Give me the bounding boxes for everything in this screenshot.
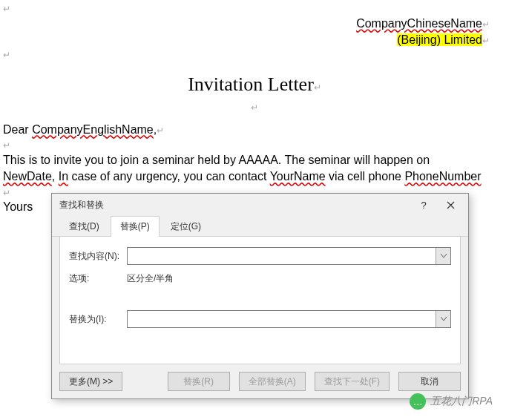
close-button[interactable] — [437, 195, 464, 214]
more-button[interactable]: 更多(M) >> — [59, 372, 122, 391]
body-text-1b: , — [52, 170, 59, 183]
find-next-button[interactable]: 查找下一处(F) — [315, 372, 390, 391]
cancel-button[interactable]: 取消 — [398, 372, 461, 391]
newdate-placeholder: NewDate — [3, 170, 52, 183]
replace-with-label: 替换为(I): — [69, 313, 127, 326]
tab-goto-label: 定位(G) — [171, 221, 201, 232]
dialog-tabs: 查找(D) 替换(P) 定位(G) — [52, 216, 468, 237]
company-chinese-name: CompanyChineseName — [356, 17, 482, 30]
tab-goto[interactable]: 定位(G) — [161, 216, 211, 237]
find-what-dropdown[interactable] — [436, 248, 450, 264]
tab-replace-label: 替换(P) — [120, 221, 150, 232]
paragraph-mark: ↵ — [482, 36, 490, 46]
page-title: Invitation Letter — [188, 73, 314, 95]
wechat-icon: … — [410, 393, 426, 410]
tab-find-label: 查找(D) — [69, 221, 99, 232]
replace-all-button[interactable]: 全部替换(A) — [239, 372, 306, 391]
cancel-button-label: 取消 — [421, 375, 438, 388]
dialog-titlebar[interactable]: 查找和替换 ? — [52, 194, 468, 216]
replace-button-label: 替换(R) — [183, 375, 214, 388]
company-english-name: CompanyEnglishName — [32, 123, 154, 136]
paragraph-mark: ↵ — [3, 49, 506, 62]
yourname-placeholder: YourName — [270, 170, 326, 183]
find-what-label: 查找内容(N): — [69, 250, 127, 263]
dialog-button-row: 更多(M) >> 替换(R) 全部替换(A) 查找下一处(F) 取消 — [52, 364, 468, 398]
chevron-down-icon — [441, 254, 447, 258]
body-text-1a: This is to invite you to join a seminar … — [3, 154, 430, 166]
tab-replace[interactable]: 替换(P) — [111, 216, 160, 237]
find-next-button-label: 查找下一处(F) — [324, 375, 380, 388]
yours-text: Yours — [3, 200, 33, 213]
replace-button[interactable]: 替换(R) — [168, 372, 230, 391]
paragraph-mark: ↵ — [157, 125, 164, 136]
in-fragment: In — [59, 170, 68, 183]
more-button-label: 更多(M) >> — [69, 375, 113, 388]
options-label: 选项: — [69, 272, 127, 285]
help-button[interactable]: ? — [410, 195, 437, 214]
find-replace-dialog: 查找和替换 ? 查找(D) 替换(P) 定位(G) 查找内容(N): 选项: 区… — [51, 193, 469, 399]
tab-find[interactable]: 查找(D) — [59, 216, 109, 237]
body-text-1c: case of any urgency, you can contact — [68, 170, 270, 183]
paragraph-mark: ↵ — [482, 19, 490, 30]
dear-text: Dear — [3, 123, 32, 136]
options-value: 区分全/半角 — [127, 272, 174, 285]
watermark: … 五花八门RPA — [410, 393, 493, 410]
replace-with-dropdown[interactable] — [436, 311, 450, 327]
dialog-panel: 查找内容(N): 选项: 区分全/半角 替换为(I): — [59, 237, 461, 364]
paragraph-mark: ↵ — [314, 82, 321, 93]
company-suffix: (Beijing) Limited — [397, 33, 482, 46]
paragraph-mark: ↵ — [3, 140, 506, 152]
replace-with-combo — [127, 310, 451, 328]
replace-with-input[interactable] — [128, 311, 436, 327]
chevron-down-icon — [441, 317, 447, 321]
paragraph-mark: ↵ — [3, 3, 506, 16]
replace-all-button-label: 全部替换(A) — [249, 375, 296, 388]
body-text-1d: via cell phone — [326, 170, 405, 183]
phonenumber-placeholder: PhoneNumber — [404, 170, 481, 183]
dialog-title: 查找和替换 — [59, 199, 410, 211]
paragraph-mark: ↵ — [3, 102, 506, 114]
find-what-input[interactable] — [128, 248, 436, 264]
close-icon — [447, 201, 455, 209]
watermark-text: 五花八门RPA — [430, 395, 493, 408]
find-what-combo — [127, 247, 451, 265]
